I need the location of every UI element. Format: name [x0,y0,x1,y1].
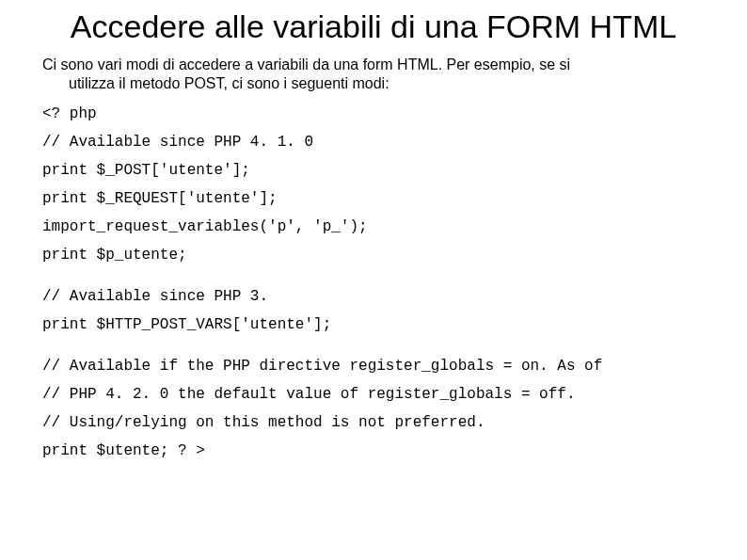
spacer-2 [42,345,705,359]
code-line-4: print $_REQUEST['utente']; [42,191,705,206]
spacer-1 [42,276,705,289]
code-line-9: // Available if the PHP directive regist… [42,359,705,374]
code-line-11: // Using/relying on this method is not p… [42,415,705,430]
slide-title: Accedere alle variabili di una FORM HTML [42,9,705,44]
code-line-5: import_request_variables('p', 'p_'); [42,219,705,234]
code-line-2: // Available since PHP 4. 1. 0 [42,135,705,150]
code-line-8: print $HTTP_POST_VARS['utente']; [42,317,705,332]
code-line-7: // Available since PHP 3. [42,289,705,304]
code-line-12: print $utente; ? > [42,443,705,458]
intro-line-1: Ci sono vari modi di accedere a variabil… [42,56,570,72]
slide-content: Accedere alle variabili di una FORM HTML… [0,0,747,490]
code-line-10: // PHP 4. 2. 0 the default value of regi… [42,387,705,402]
code-line-1: <? php [42,106,705,121]
intro-paragraph: Ci sono vari modi di accedere a variabil… [42,56,705,93]
code-line-6: print $p_utente; [42,248,705,263]
intro-line-2: utilizza il metodo POST, ci sono i segue… [42,74,705,93]
code-line-3: print $_POST['utente']; [42,163,705,178]
